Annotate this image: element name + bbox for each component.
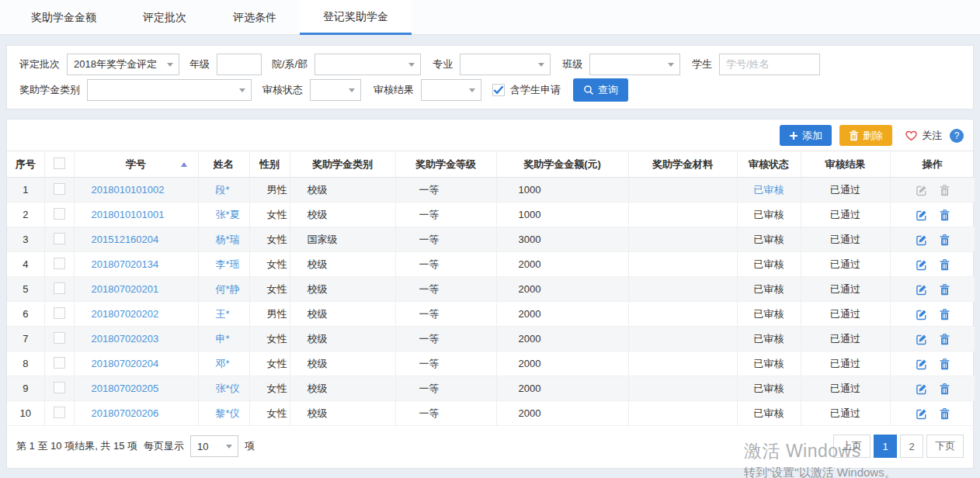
per-page-select[interactable]: 10 bbox=[190, 435, 238, 457]
row-checkbox[interactable] bbox=[54, 233, 65, 244]
student-id-link[interactable]: 201807020201 bbox=[92, 283, 159, 295]
student-id-link[interactable]: 201807020204 bbox=[92, 358, 159, 369]
student-id-link[interactable]: 201807020206 bbox=[92, 407, 159, 419]
tab-4[interactable]: 登记奖助学金 bbox=[300, 0, 412, 35]
cell-name: 邓* bbox=[198, 352, 249, 376]
batch-label: 评定批次 bbox=[19, 57, 60, 71]
student-name-link[interactable]: 何*静 bbox=[216, 283, 240, 295]
dept-label: 院/系/部 bbox=[272, 57, 308, 71]
audit-status-select[interactable] bbox=[310, 79, 361, 101]
grade-label: 年级 bbox=[189, 57, 210, 71]
row-checkbox[interactable] bbox=[54, 407, 65, 418]
delete-row-button[interactable] bbox=[940, 284, 950, 296]
audit-status-link[interactable]: 已审核 bbox=[754, 184, 784, 196]
header-level: 奖助学金等级 bbox=[395, 151, 496, 178]
delete-button[interactable]: 删除 bbox=[839, 125, 892, 146]
cell-select bbox=[44, 376, 74, 401]
student-name-link[interactable]: 李*瑶 bbox=[216, 258, 240, 270]
edit-button[interactable] bbox=[916, 408, 927, 420]
class-select[interactable] bbox=[589, 54, 680, 75]
cell-student-id: 201807020201 bbox=[74, 277, 198, 302]
grade-input[interactable] bbox=[217, 54, 262, 75]
trash-icon bbox=[940, 383, 950, 395]
student-name-link[interactable]: 张*夏 bbox=[216, 209, 240, 220]
delete-row-button[interactable] bbox=[940, 210, 950, 221]
delete-row-button[interactable] bbox=[940, 358, 950, 370]
cell-actions bbox=[890, 178, 975, 203]
include-student-checkbox[interactable] bbox=[492, 84, 505, 96]
major-select[interactable] bbox=[460, 54, 551, 75]
page-button-2[interactable]: 2 bbox=[900, 435, 923, 458]
cell-index: 9 bbox=[7, 376, 44, 401]
cell-material bbox=[628, 401, 737, 426]
follow-button[interactable]: 关注 bbox=[905, 129, 942, 143]
header-student-id[interactable]: 学号 bbox=[74, 151, 198, 178]
prev-page-button[interactable]: 上页 bbox=[833, 435, 871, 458]
edit-button bbox=[916, 185, 927, 196]
help-button[interactable]: ? bbox=[950, 129, 964, 143]
edit-button[interactable] bbox=[916, 210, 927, 221]
search-button[interactable]: 查询 bbox=[573, 78, 628, 102]
cell-level: 一等 bbox=[395, 178, 496, 203]
edit-button[interactable] bbox=[916, 334, 927, 345]
edit-button[interactable] bbox=[916, 358, 927, 370]
cell-amount: 2000 bbox=[496, 252, 628, 277]
next-page-button[interactable]: 下页 bbox=[926, 435, 964, 458]
student-name-link[interactable]: 张*仪 bbox=[216, 383, 240, 394]
row-checkbox[interactable] bbox=[54, 382, 65, 393]
student-id-link[interactable]: 201807020203 bbox=[92, 333, 159, 345]
student-name-link[interactable]: 段* bbox=[216, 184, 230, 196]
table-panel: 添加 删除 关注 ? 序号学号姓名性别奖助学金类别奖助学金等级奖助学金金额(元)… bbox=[6, 119, 974, 469]
student-name-link[interactable]: 邓* bbox=[216, 358, 230, 369]
cell-audit-status: 已审核 bbox=[737, 203, 801, 227]
tab-2[interactable]: 评定批次 bbox=[120, 0, 210, 35]
row-checkbox[interactable] bbox=[54, 332, 65, 344]
cell-index: 7 bbox=[7, 327, 44, 352]
delete-row-button[interactable] bbox=[940, 234, 950, 246]
add-button[interactable]: 添加 bbox=[780, 125, 832, 146]
row-checkbox[interactable] bbox=[54, 258, 65, 269]
dept-select[interactable] bbox=[315, 54, 421, 75]
edit-button[interactable] bbox=[916, 383, 927, 395]
student-id-link[interactable]: 2018010101001 bbox=[92, 209, 165, 220]
chevron-down-icon bbox=[226, 445, 232, 449]
table-toolbar: 添加 删除 关注 ? bbox=[7, 120, 973, 151]
row-checkbox[interactable] bbox=[54, 282, 65, 294]
page-button-1[interactable]: 1 bbox=[874, 435, 897, 458]
tab-3[interactable]: 评选条件 bbox=[210, 0, 300, 35]
batch-select[interactable]: 2018年奖学金评定 bbox=[67, 54, 179, 75]
chevron-down-icon bbox=[538, 63, 544, 67]
delete-row-button[interactable] bbox=[940, 309, 950, 320]
student-id-link[interactable]: 201512160204 bbox=[92, 234, 159, 245]
chevron-down-icon bbox=[469, 88, 475, 92]
student-name-link[interactable]: 黎*仪 bbox=[216, 407, 240, 419]
student-name-link[interactable]: 王* bbox=[216, 308, 230, 320]
edit-button[interactable] bbox=[916, 309, 927, 320]
row-checkbox[interactable] bbox=[54, 183, 65, 195]
audit-result-select[interactable] bbox=[421, 79, 481, 101]
student-id-link[interactable]: 201807020134 bbox=[92, 258, 159, 270]
chevron-down-icon bbox=[668, 63, 674, 67]
table-row: 7201807020203申*女性校级一等2000已审核已通过 bbox=[7, 327, 975, 352]
student-id-link[interactable]: 201807020205 bbox=[92, 383, 159, 394]
student-id-link[interactable]: 201807020202 bbox=[92, 308, 159, 320]
delete-row-button[interactable] bbox=[940, 408, 950, 420]
student-name-link[interactable]: 申* bbox=[216, 333, 230, 345]
row-checkbox[interactable] bbox=[54, 357, 65, 369]
edit-button[interactable] bbox=[916, 284, 927, 296]
category-select[interactable] bbox=[87, 79, 252, 101]
delete-row-button[interactable] bbox=[940, 259, 950, 271]
student-name-link[interactable]: 杨*瑞 bbox=[216, 234, 240, 245]
select-all-checkbox[interactable] bbox=[54, 158, 65, 169]
delete-row-button[interactable] bbox=[940, 383, 950, 395]
delete-row-button[interactable] bbox=[940, 334, 950, 345]
student-input[interactable]: 学号/姓名 bbox=[719, 54, 820, 75]
row-checkbox[interactable] bbox=[54, 307, 65, 319]
student-label: 学生 bbox=[692, 57, 712, 71]
row-checkbox[interactable] bbox=[54, 208, 65, 220]
edit-button[interactable] bbox=[916, 259, 927, 271]
student-id-link[interactable]: 2018010101002 bbox=[92, 184, 165, 196]
tab-1[interactable]: 奖助学金金额 bbox=[8, 0, 120, 35]
edit-button[interactable] bbox=[916, 234, 927, 246]
cell-level: 一等 bbox=[395, 401, 496, 426]
